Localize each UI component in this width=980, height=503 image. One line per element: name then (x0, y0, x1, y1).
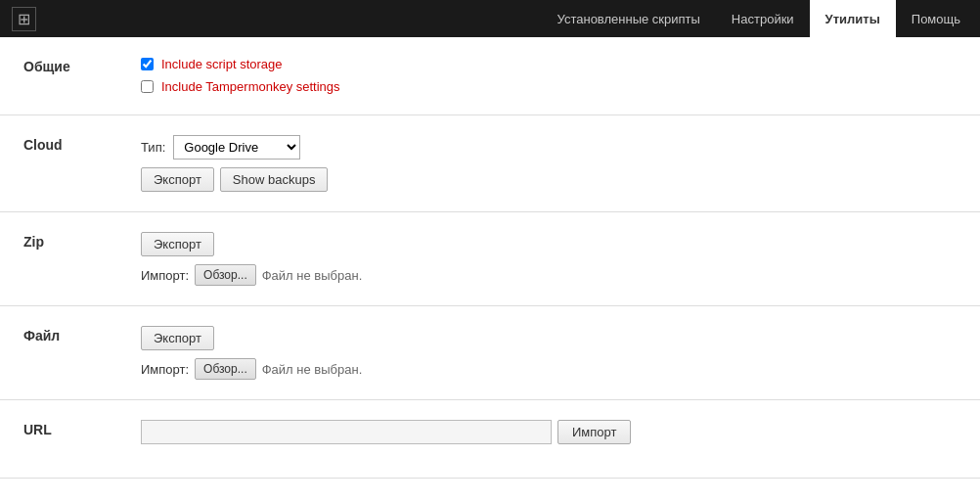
url-row: Импорт (141, 420, 957, 444)
cloud-export-button[interactable]: Экспорт (141, 167, 214, 192)
type-row: Тип: Google Drive Dropbox OneDrive (141, 135, 957, 160)
url-import-button[interactable]: Импорт (557, 420, 631, 444)
cloud-label: Cloud (23, 135, 141, 153)
file-import-row: Импорт: Обзор... Файл не выбран. (141, 358, 957, 380)
tab-help[interactable]: Помощь (896, 0, 976, 37)
show-backups-button[interactable]: Show backups (220, 167, 329, 192)
checkbox-row-1: Include script storage (141, 57, 957, 71)
file-export-button[interactable]: Экспорт (141, 326, 214, 350)
tab-settings[interactable]: Настройки (716, 0, 810, 37)
url-input[interactable] (141, 420, 552, 444)
zip-browse-button[interactable]: Обзор... (195, 264, 256, 286)
cloud-type-select[interactable]: Google Drive Dropbox OneDrive (173, 135, 300, 160)
cloud-section: Cloud Тип: Google Drive Dropbox OneDrive… (0, 115, 980, 212)
content-area: Общие Include script storage Include Tam… (0, 37, 980, 479)
navbar: ⊞ Установленные скрипты Настройки Утилит… (0, 0, 980, 37)
zip-no-file-label: Файл не выбран. (262, 268, 363, 283)
include-tampermonkey-settings-label: Include Tampermonkey settings (161, 79, 340, 94)
cloud-content: Тип: Google Drive Dropbox OneDrive Экспо… (141, 135, 957, 192)
zip-import-label: Импорт: (141, 268, 189, 283)
tab-utilities[interactable]: Утилиты (810, 0, 896, 37)
grid-icon[interactable]: ⊞ (12, 7, 36, 31)
include-script-storage-label: Include script storage (161, 57, 283, 71)
zip-label: Zip (23, 232, 141, 250)
checkbox-row-2: Include Tampermonkey settings (141, 79, 957, 94)
include-tampermonkey-settings-checkbox[interactable] (141, 80, 154, 93)
general-label: Общие (23, 57, 141, 74)
cloud-button-row: Экспорт Show backups (141, 167, 957, 192)
file-browse-button[interactable]: Обзор... (195, 358, 256, 380)
url-content: Импорт (141, 420, 957, 444)
url-section: URL Импорт (0, 400, 980, 479)
zip-section: Zip Экспорт Импорт: Обзор... Файл не выб… (0, 212, 980, 306)
type-label: Тип: (141, 140, 165, 155)
general-section: Общие Include script storage Include Tam… (0, 37, 980, 115)
zip-export-button[interactable]: Экспорт (141, 232, 214, 256)
zip-export-row: Экспорт (141, 232, 957, 256)
file-import-label: Импорт: (141, 362, 189, 377)
file-content: Экспорт Импорт: Обзор... Файл не выбран. (141, 326, 957, 380)
general-content: Include script storage Include Tampermon… (141, 57, 957, 94)
file-no-file-label: Файл не выбран. (262, 362, 363, 377)
file-section: Файл Экспорт Импорт: Обзор... Файл не вы… (0, 306, 980, 400)
file-export-row: Экспорт (141, 326, 957, 350)
zip-content: Экспорт Импорт: Обзор... Файл не выбран. (141, 232, 957, 286)
navbar-left: ⊞ (4, 7, 36, 31)
include-script-storage-checkbox[interactable] (141, 58, 154, 70)
tab-installed[interactable]: Установленные скрипты (542, 0, 716, 37)
url-label: URL (23, 420, 141, 437)
file-label: Файл (23, 326, 141, 343)
zip-import-row: Импорт: Обзор... Файл не выбран. (141, 264, 957, 286)
